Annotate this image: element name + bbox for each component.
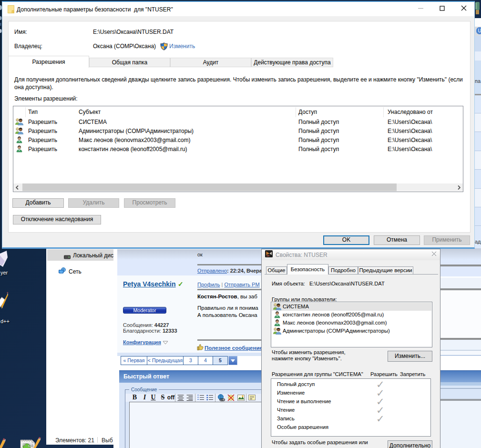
- svg-text:DAT: DAT: [266, 255, 269, 257]
- svg-text:OS: OS: [28, 444, 34, 448]
